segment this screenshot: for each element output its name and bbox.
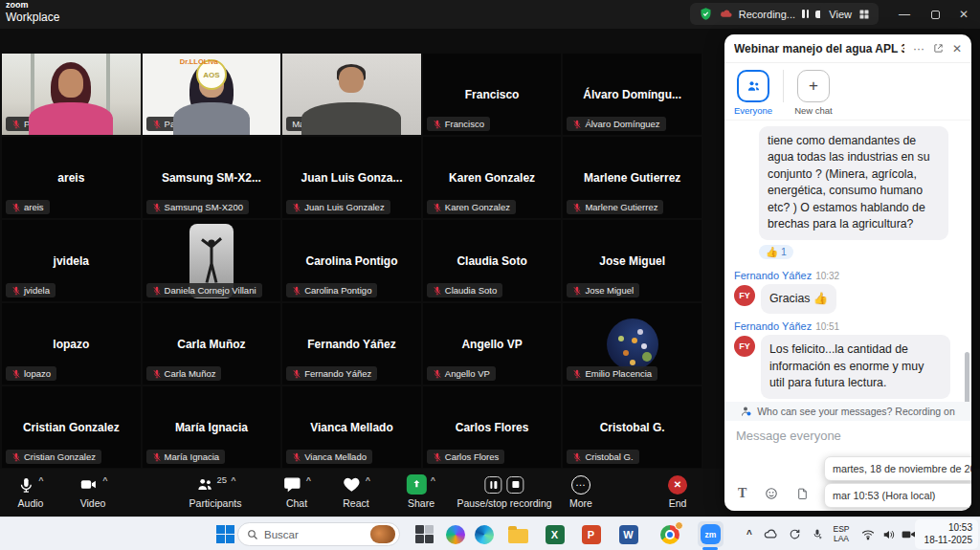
participant-name-text: Juan Luis Gonzalez [304, 202, 384, 212]
participant-name-text: María Ignacia [165, 451, 220, 462]
mic-muted-icon [572, 203, 582, 212]
sender-name: Fernando Yáñez [734, 320, 812, 332]
toolbar-chat[interactable]: ^Chat [282, 473, 311, 509]
file-explorer-button[interactable] [505, 521, 531, 547]
onedrive-icon[interactable] [760, 517, 783, 550]
chat-message: FYLos felicito...la cantidad de informac… [734, 335, 958, 398]
windows-start-button[interactable] [212, 521, 238, 547]
powerpoint-button[interactable]: P [578, 521, 604, 547]
toolbar-more[interactable]: …More [569, 473, 592, 509]
participant-tile-francisco[interactable]: FranciscoFrancisco [423, 54, 562, 135]
participant-tile-paola-matus[interactable]: Paola Matus [2, 54, 141, 135]
participant-tile-jvidela[interactable]: jvidelajvidela [2, 220, 141, 301]
participant-tile-lvaro-dom-nguez[interactable]: Álvaro Domíngu...Álvaro Domínguez [563, 54, 702, 135]
participant-tile-carlos-flores[interactable]: Carlos FloresCarlos Flores [423, 386, 562, 468]
participant-tile-fernando-y-ez[interactable]: Fernando YáñezFernando Yáñez [282, 303, 421, 385]
chat-close-icon[interactable]: ✕ [952, 42, 962, 55]
participant-tile-emilio-placencia[interactable]: Emilio Placencia [563, 303, 702, 385]
search-placeholder: Buscar [264, 529, 365, 540]
participant-tile-angello-vp[interactable]: Angello VPAngello VP [423, 303, 562, 385]
tray-expand-button[interactable]: ^ [739, 517, 760, 550]
toolbar-share[interactable]: ^Share [407, 473, 435, 509]
participant-name-text: Carlos Flores [445, 451, 500, 462]
participant-tile-mar-a-ignacia[interactable]: María IgnaciaMaría Ignacia [143, 386, 281, 468]
participant-tile-karen-gonzalez[interactable]: Karen GonzalezKaren Gonzalez [423, 137, 562, 218]
participant-tile-daniela-cornejo-villani[interactable]: Daniela Cornejo Villani [143, 220, 281, 301]
clock-date: 18-11-2025 [924, 535, 972, 547]
chevron-up-icon[interactable]: ^ [306, 475, 311, 485]
participant-tile-areis[interactable]: areisareis [2, 137, 141, 218]
tab-everyone[interactable]: Everyone [734, 70, 772, 116]
pause-recording-icon[interactable] [802, 10, 809, 18]
app-titlebar: zoom Workplace Recording... View — ✕ [0, 0, 980, 29]
word-button[interactable]: W [615, 521, 641, 547]
chevron-up-icon[interactable]: ^ [366, 475, 370, 485]
participant-tile-jose-miguel[interactable]: Jose MiguelJose Miguel [563, 220, 702, 301]
participant-tile-pamela-gonz-lez[interactable]: AOSDr.LLOLivaPamela González [143, 54, 281, 135]
copilot-button[interactable] [442, 521, 468, 547]
excel-button[interactable]: X [542, 521, 568, 547]
toolbar-end[interactable]: ✕End [668, 473, 687, 509]
mic-muted-icon [433, 120, 442, 129]
new-chat-button[interactable]: + New chat [794, 70, 833, 116]
dictation-icon[interactable] [806, 517, 829, 550]
toolbar-audio[interactable]: ^Audio [17, 473, 43, 509]
participant-tile-samsung-sm-x200[interactable]: Samsung SM-X2...Samsung SM-X200 [143, 137, 281, 218]
taskbar-clock[interactable]: 10:53 18-11-2025 [915, 519, 978, 549]
participant-tile-marlene-gutierrez[interactable]: Marlene GutierrezMarlene Gutierrez [563, 137, 702, 218]
mic-muted-icon [292, 286, 301, 296]
toolbar-pause-stop-recording[interactable]: Pause/stop recording [457, 473, 551, 509]
mic-muted-icon [11, 369, 21, 379]
participant-name-text: Cristobal G. [585, 451, 633, 462]
chevron-up-icon[interactable]: ^ [431, 475, 435, 485]
chevron-up-icon[interactable]: ^ [102, 475, 107, 485]
chevron-up-icon[interactable]: ^ [38, 475, 43, 485]
wifi-icon[interactable] [858, 517, 879, 550]
participant-name-text: Carolina Pontigo [304, 285, 371, 296]
participant-tile-carla-mu-oz[interactable]: Carla MuñozCarla Muñoz [143, 303, 281, 385]
toolbar-label: React [343, 497, 368, 509]
maximize-button[interactable] [919, 0, 951, 29]
taskbar-search[interactable]: Buscar [237, 522, 400, 546]
participant-tile-juan-luis-gonzalez[interactable]: Juan Luis Gonza...Juan Luis Gonzalez [282, 137, 421, 218]
chat-scrollbar[interactable] [965, 352, 969, 402]
everyone-label: Everyone [734, 105, 772, 116]
clock-time: 10:53 [948, 522, 972, 535]
chrome-button[interactable] [657, 521, 682, 547]
participant-name-label: lopazo [6, 366, 56, 381]
participant-tile-lopazo[interactable]: lopazolopazo [2, 303, 141, 385]
participant-name-label: Francisco [427, 117, 490, 131]
reaction-chip[interactable]: 👍 1 [759, 245, 793, 259]
view-button[interactable]: View [820, 3, 879, 25]
participant-tile-manuel-barrera[interactable]: Manuel Barrera [282, 54, 421, 135]
participant-tile-vianca-mellado[interactable]: Vianca MelladoVianca Mellado [282, 386, 421, 468]
chat-popout-icon[interactable] [933, 43, 944, 54]
volume-icon[interactable] [879, 517, 900, 550]
participant-name-text: Francisco [445, 119, 484, 129]
close-button[interactable]: ✕ [947, 0, 980, 29]
participant-tile-cristobal-g[interactable]: Cristobal G.Cristobal G. [563, 386, 702, 468]
chat-more-icon[interactable]: ··· [913, 42, 924, 55]
language-indicator[interactable]: ESPLAA [829, 517, 854, 550]
file-attach-icon[interactable] [796, 487, 809, 500]
mic-muted-icon [152, 203, 162, 212]
zoom-app-button[interactable]: zm [698, 521, 724, 547]
edge-button[interactable] [471, 521, 497, 547]
mic-muted-icon [433, 203, 442, 212]
participant-name-label: Cristian Gonzalez [6, 450, 101, 464]
format-text-icon[interactable]: T [738, 486, 746, 501]
people-icon: 25^ [195, 473, 236, 495]
task-view-button[interactable] [412, 521, 437, 547]
chevron-up-icon[interactable]: ^ [231, 475, 235, 485]
participant-tile-cristian-gonzalez[interactable]: Cristian GonzalezCristian Gonzalez [2, 386, 141, 468]
toolbar-react[interactable]: ^React [342, 473, 370, 509]
sync-icon[interactable] [783, 517, 806, 550]
minimize-button[interactable]: — [888, 0, 921, 29]
privacy-person-icon [741, 406, 752, 417]
participant-tile-carolina-pontigo[interactable]: Carolina PontigoCarolina Pontigo [282, 220, 421, 301]
participant-tile-claudia-soto[interactable]: Claudia SotoClaudia Soto [423, 220, 562, 301]
toolbar-participants[interactable]: 25^Participants [189, 473, 242, 509]
mic-muted-icon [292, 369, 301, 379]
emoji-icon[interactable] [765, 487, 778, 500]
toolbar-video[interactable]: ^Video [78, 473, 107, 509]
